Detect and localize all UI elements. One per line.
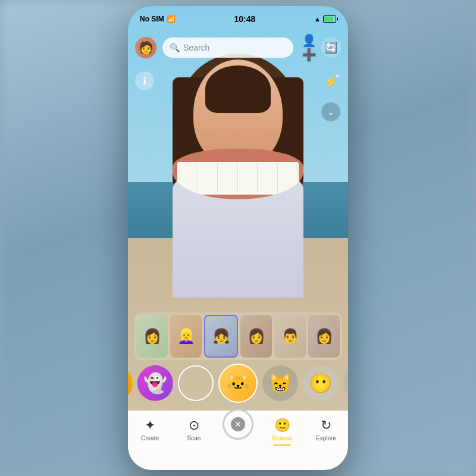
face-filter-mouth xyxy=(173,149,303,199)
carrier-text: No SIM xyxy=(140,15,164,23)
face-5-image: 👨 xyxy=(274,315,306,358)
close-icon: ✕ xyxy=(231,417,245,431)
battery-fill xyxy=(324,17,333,21)
top-nav: 🧑 🔍 Search 👤➕ 🔄 xyxy=(128,32,348,63)
flip-camera-icon: 🔄 xyxy=(324,41,337,54)
lens-4-icon: 🐱 xyxy=(226,372,250,394)
tooth-2 xyxy=(199,163,218,193)
nav-browse[interactable]: 🙂 Browse xyxy=(263,415,301,446)
create-label: Create xyxy=(141,435,159,441)
add-friend-icon: 👤➕ xyxy=(302,33,321,62)
phone-frame: No SIM 📶 10:48 ▲ 🧑 🔍 Search 👤➕ 🔄 ℹ xyxy=(128,6,348,470)
face-thumb-6[interactable]: 👩 xyxy=(308,315,340,358)
lens-item-6[interactable]: 😶 xyxy=(303,365,339,401)
lens-item-5[interactable]: 😸 xyxy=(262,365,298,401)
face-thumb-3[interactable]: 👧 xyxy=(204,315,238,358)
side-controls-left: ℹ xyxy=(135,71,154,90)
scan-icon: ⊙ xyxy=(189,418,199,433)
face-thumb-5[interactable]: 👨 xyxy=(274,315,306,358)
active-indicator xyxy=(273,444,291,446)
bottom-nav: ✦ Create ⊙ Scan ✕ 🙂 Browse ↻ Explore xyxy=(128,411,348,470)
add-friend-button[interactable]: 👤➕ xyxy=(302,38,321,57)
avatar-button[interactable]: 🧑 xyxy=(135,37,156,58)
faces-strip: 👩 👱‍♀️ 👧 👩 👨 👩 xyxy=(134,312,342,360)
info-button[interactable]: ℹ xyxy=(135,71,154,90)
explore-label: Explore xyxy=(316,435,336,441)
search-bar[interactable]: 🔍 Search xyxy=(162,37,293,58)
tooth-3 xyxy=(218,163,238,193)
info-icon: ℹ xyxy=(143,76,146,87)
battery-indicator xyxy=(323,15,336,23)
create-icon: ✦ xyxy=(145,418,155,433)
tooth-5 xyxy=(258,163,278,193)
lens-6-icon: 😶 xyxy=(309,372,333,394)
lens-item-1[interactable]: 🌟 xyxy=(128,365,133,401)
face-2-image: 👱‍♀️ xyxy=(170,315,202,358)
face-1-image: 👩 xyxy=(136,315,168,358)
lens-item-7[interactable]: 😊 xyxy=(343,365,348,401)
face-thumb-4[interactable]: 👩 xyxy=(240,315,272,358)
explore-icon: ↻ xyxy=(321,418,331,433)
hair-front xyxy=(205,65,271,113)
nav-create[interactable]: ✦ Create xyxy=(131,415,169,441)
teeth-row xyxy=(177,162,299,195)
face-thumb-1[interactable]: 👩 xyxy=(136,315,168,358)
nav-explore[interactable]: ↻ Explore xyxy=(307,415,345,441)
wifi-icon: 📶 xyxy=(167,15,176,23)
flash-button[interactable]: ⚡ ✕ xyxy=(321,71,341,92)
flip-camera-button[interactable]: 🔄 xyxy=(321,37,341,58)
search-placeholder: Search xyxy=(183,43,209,52)
person-silhouette xyxy=(161,42,315,339)
lens-2-icon: 👻 xyxy=(143,372,167,394)
tooth-1 xyxy=(178,163,198,193)
lens-item-empty xyxy=(178,365,214,401)
face-4-image: 👩 xyxy=(240,315,272,358)
chevron-down-icon: ⌄ xyxy=(327,107,334,117)
chevron-down-button[interactable]: ⌄ xyxy=(321,102,340,121)
browse-icon: 🙂 xyxy=(274,418,290,433)
nav-scan[interactable]: ⊙ Scan xyxy=(175,415,213,441)
scan-label: Scan xyxy=(187,435,201,441)
big-lips xyxy=(173,149,303,199)
tooth-6 xyxy=(278,163,298,193)
status-time: 10:48 xyxy=(234,14,255,24)
status-bar: No SIM 📶 10:48 ▲ xyxy=(128,6,348,32)
lens-item-2[interactable]: 👻 xyxy=(137,365,173,401)
browse-label: Browse xyxy=(272,435,292,441)
face-thumb-2[interactable]: 👱‍♀️ xyxy=(170,315,202,358)
avatar-emoji: 🧑 xyxy=(139,40,154,55)
search-icon: 🔍 xyxy=(170,43,180,52)
nav-capture[interactable]: ✕ xyxy=(219,415,257,440)
face-6-image: 👩 xyxy=(308,315,340,358)
status-right-group: ▲ xyxy=(314,15,336,23)
face-3-image: 👧 xyxy=(205,316,237,356)
lens-selector: 🌟 👻 🐱 😸 😶 😊 xyxy=(128,362,348,405)
lens-5-icon: 😸 xyxy=(268,372,292,394)
flash-controls: ⚡ ✕ ⌄ xyxy=(321,71,341,121)
location-icon: ▲ xyxy=(314,15,321,23)
tooth-4 xyxy=(239,163,258,193)
flash-off-indicator: ✕ xyxy=(335,73,340,79)
lens-item-4[interactable]: 🐱 xyxy=(218,364,258,403)
carrier-info: No SIM 📶 xyxy=(140,15,176,23)
